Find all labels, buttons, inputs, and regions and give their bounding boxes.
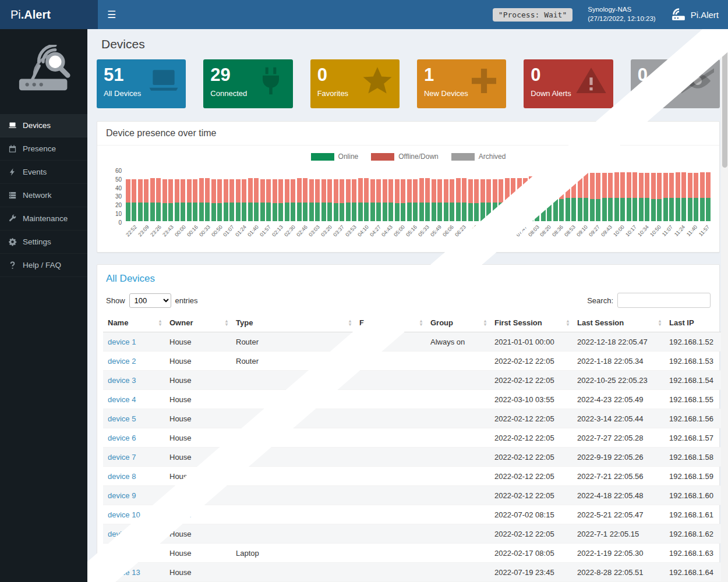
table-row[interactable]: device 4House2022-03-10 03:552022-4-23 2… [103, 390, 728, 409]
table-row[interactable]: device 3House2022-02-12 22:052022-10-25 … [103, 371, 728, 390]
x-tick: 10:17 [625, 223, 638, 250]
device-link[interactable]: device 11 [108, 530, 140, 538]
table-title: All Devices [97, 265, 719, 287]
stacked-bar [376, 179, 381, 221]
x-tick: 07:47 [516, 223, 528, 250]
device-link[interactable]: device 5 [108, 414, 136, 423]
stacked-bar [553, 173, 558, 221]
network-icon [8, 191, 17, 200]
stacked-bar [346, 179, 351, 221]
device-link[interactable]: device 12 [108, 549, 140, 558]
table-row[interactable]: device 8House2022-02-12 22:052022-7-21 2… [103, 467, 728, 486]
summary-card-connected[interactable]: 29Connected [203, 59, 292, 108]
device-link[interactable]: device 1 [108, 338, 136, 346]
hamburger-menu-icon[interactable]: ☰ [98, 9, 125, 21]
table-row[interactable]: device 6House2022-02-12 22:052022-7-27 2… [103, 428, 728, 448]
table-row[interactable]: device 9House2022-02-12 22:052022-4-18 2… [103, 486, 728, 505]
table-row[interactable]: device 7House2022-02-12 22:052022-9-19 2… [103, 448, 728, 467]
table-row[interactable]: device 12HouseLaptop2022-02-17 08:052022… [103, 544, 728, 563]
sort-icon: ▴▾ [659, 320, 661, 327]
cell [355, 352, 426, 371]
calendar-icon [8, 144, 17, 153]
legend-label: Online [338, 152, 359, 161]
x-tick: 09:10 [577, 223, 589, 250]
device-link[interactable]: device 2 [108, 357, 136, 365]
scrollbar-thumb[interactable] [722, 34, 727, 168]
stacked-bar [584, 173, 588, 221]
stacked-bar [309, 179, 314, 221]
stacked-bar [162, 179, 167, 221]
summary-card-all-devices[interactable]: 51All Devices [97, 59, 186, 108]
x-tick: 01:24 [235, 223, 248, 250]
cell: House [165, 467, 231, 486]
vertical-scrollbar[interactable] [721, 29, 728, 582]
device-link[interactable]: device 8 [108, 472, 136, 481]
stacked-bar [193, 179, 197, 221]
brand-logo[interactable]: Pi.Alert [0, 0, 98, 29]
bar-group [236, 168, 246, 221]
stacked-bar [395, 179, 400, 221]
device-link[interactable]: device 7 [108, 453, 136, 462]
column-header-last-ip[interactable]: Last IP▴▾ [665, 314, 728, 332]
cell: 2022-07-19 23:45 [490, 563, 572, 582]
summary-card-favorites[interactable]: 0Favorites [310, 59, 400, 108]
bar-group [505, 168, 515, 221]
table-row[interactable]: device 10House2022-07-02 08:152022-5-21 … [103, 505, 728, 524]
sidebar-item-help-faq[interactable]: Help / FAQ [0, 254, 87, 277]
sidebar-item-settings[interactable]: Settings [0, 230, 87, 254]
table-row[interactable]: device 11House2022-02-12 22:052022-7-1 2… [103, 524, 728, 544]
sidebar-item-events[interactable]: Events [0, 161, 87, 184]
cell: 2022-02-12 22:05 [490, 448, 572, 467]
cell [355, 486, 426, 505]
sidebar-item-label: Maintenance [23, 214, 68, 223]
device-link[interactable]: device 10 [108, 510, 140, 519]
bar-group [162, 168, 173, 221]
stacked-bar [242, 179, 246, 221]
table-row[interactable]: device 2HouseRouter2022-02-12 22:052022-… [103, 352, 728, 371]
bar-group [187, 168, 197, 221]
cell-name: device 13 [103, 563, 165, 582]
device-link[interactable]: device 9 [108, 491, 136, 500]
summary-card-new-devices[interactable]: 1New Devices [417, 59, 506, 108]
column-header-name[interactable]: Name▴▾ [103, 314, 165, 332]
device-link[interactable]: device 4 [108, 395, 136, 404]
plug-icon [255, 65, 287, 97]
table-row[interactable]: device 5House2022-02-12 22:052022-3-14 2… [103, 409, 728, 428]
stacked-bar [340, 179, 344, 221]
cell: 192.168.1.61 [665, 505, 728, 524]
x-tick: 02:46 [296, 223, 309, 250]
sidebar-item-devices[interactable]: Devices [0, 114, 87, 137]
device-link[interactable]: device 3 [108, 376, 136, 385]
sidebar-item-presence[interactable]: Presence [0, 137, 87, 161]
cell [355, 371, 426, 390]
device-link[interactable]: device 6 [108, 434, 136, 442]
column-header-first-session[interactable]: First Session▴▾ [490, 314, 572, 332]
cell: House [165, 486, 231, 505]
y-tick-label: 20 [115, 202, 122, 208]
sidebar-item-network[interactable]: Network [0, 184, 87, 207]
stacked-bar [505, 178, 510, 221]
table-row[interactable]: device 13House2022-07-19 23:452022-8-28 … [103, 563, 728, 582]
cell: 192.168.1.54 [665, 371, 728, 390]
search-input[interactable] [617, 293, 711, 308]
column-label: Group [430, 318, 453, 327]
summary-card-down-alerts[interactable]: 0Down Alerts [524, 59, 613, 108]
column-header-type[interactable]: Type▴▾ [231, 314, 355, 332]
entries-select[interactable]: 100 [129, 293, 171, 308]
table-row[interactable]: device 1HouseRouterAlways on2021-01-01 0… [103, 332, 728, 352]
navbar-brand[interactable]: Pi.Alert [671, 7, 719, 22]
column-header-owner[interactable]: Owner▴▾ [165, 314, 231, 332]
legend-item-offline-down: Offline/Down [371, 152, 438, 161]
column-header-favorite[interactable]: Favorite▴▾ [355, 314, 426, 332]
column-header-last-session[interactable]: Last Session▴▾ [572, 314, 665, 332]
sidebar-item-maintenance[interactable]: Maintenance [0, 207, 87, 230]
bar-group [383, 168, 393, 221]
device-link[interactable]: device 13 [108, 568, 140, 577]
cell: 192.168.1.52 [665, 332, 728, 352]
summary-card-archived[interactable]: 0Archived [631, 59, 720, 108]
cell: 192.168.1.57 [665, 428, 728, 448]
column-header-group[interactable]: Group▴▾ [426, 314, 490, 332]
cell [231, 390, 355, 409]
stacked-bar [260, 179, 265, 221]
bar-group [627, 168, 637, 221]
